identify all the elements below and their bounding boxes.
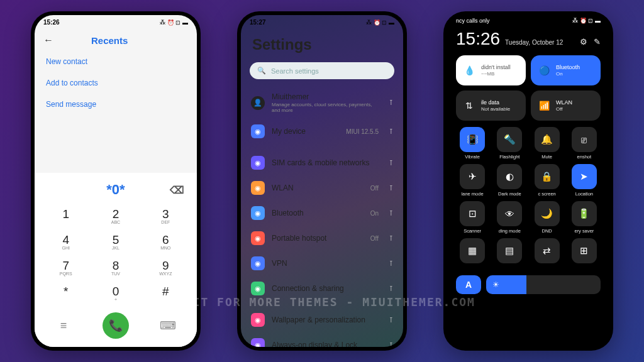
setting-item[interactable]: ◉My deviceMIUI 12.5.5⊺ [241,119,403,144]
qs-icon: 🔦 [497,127,522,152]
search-input[interactable]: 🔍 Search settings [250,62,394,79]
qs-icon: ⊞ [572,238,597,263]
qs-tile[interactable]: 📶WLANOff [531,90,601,121]
auto-brightness-button[interactable]: A [456,275,481,294]
key-#[interactable]: # [141,280,191,306]
qs-item[interactable]: ▦ [456,238,489,265]
keyboard-toggle-icon[interactable]: ⌨ [155,319,181,332]
clock: 15:26 [456,29,500,49]
key-4[interactable]: 4GHI [41,229,91,255]
qs-item[interactable]: ⎚enshot [568,127,601,160]
key-*[interactable]: * [41,280,91,306]
key-0[interactable]: 0+ [91,280,140,306]
key-5[interactable]: 5JKL [91,229,140,255]
qs-icon: ▤ [497,238,522,263]
status-icons: ⁂ ⏰ ⊡ ▬ [160,19,188,26]
chevron-icon: ⊺ [389,209,393,217]
tile-icon: 🔵 [537,63,551,77]
setting-icon: ◉ [251,256,265,270]
qs-icon: ⎚ [572,127,597,152]
chevron-icon: ⊺ [389,128,393,136]
chevron-icon: ⊺ [389,234,393,243]
qs-icon: ✈ [460,164,485,189]
qs-icon: 🔒 [535,164,560,189]
qs-tile[interactable]: 🔵BluetoothOn [531,55,601,85]
setting-icon: ◉ [251,206,265,220]
setting-icon: ◉ [251,313,265,327]
qs-item[interactable]: 🔒c screen [531,164,564,197]
chevron-icon: ⊺ [389,285,393,293]
qs-icon: 🔔 [535,127,560,152]
status-bar: ncy calls only ⁂ ⏰ ⊡ ▬ [447,15,609,26]
chevron-icon: ⊺ [389,316,393,324]
call-button[interactable]: 📞 [103,312,129,339]
setting-item[interactable]: ◉Always-on display & Lock⊺ [241,332,403,347]
key-1[interactable]: 1 [41,203,91,229]
status-bar: 15:27 ⁂ ⏰ ⊡ ▬ [241,15,403,30]
qs-item[interactable]: 📳Vibrate [456,127,489,160]
tile-icon: 💧 [462,63,476,77]
tile-icon: 📶 [537,99,551,112]
keypad: 12ABC3DEF4GHI5JKL6MNO7PQRS8TUV9WXYZ*0+# [35,200,197,309]
key-9[interactable]: 9WXYZ [141,255,191,280]
status-bar: 15:26 ⁂ ⏰ ⊡ ▬ [35,15,197,30]
qs-item[interactable]: 🔔Mute [531,127,564,160]
new-contact-link[interactable]: New contact [46,51,186,72]
page-title: Recents [91,35,128,46]
dialed-number: *0* ⌫ [35,179,197,200]
qs-item[interactable]: ⊡Scanner [456,201,489,234]
qs-item[interactable]: 👁ding mode [493,201,526,234]
setting-item[interactable]: ◉WLANOff⊺ [241,175,403,200]
setting-item[interactable]: ◉VPN⊺ [241,251,403,276]
status-icons: ⁂ ⏰ ⊡ ▬ [572,18,601,24]
qs-icon: ⊡ [460,201,485,226]
chevron-icon: ⊺ [389,341,393,348]
qs-item[interactable]: ⇄ [531,238,564,265]
menu-icon[interactable]: ≡ [50,319,77,332]
key-6[interactable]: 6MNO [141,229,191,255]
chevron-icon: ⊺ [389,99,393,107]
qs-item[interactable]: ➤Location [568,164,601,197]
account-item[interactable]: 👤 Miuithemer Manage accounts, cloud serv… [241,87,403,119]
settings-icon[interactable]: ⚙ [580,37,587,47]
add-contacts-link[interactable]: Add to contacts [46,72,186,94]
key-3[interactable]: 3DEF [141,203,191,229]
setting-icon: ◉ [251,181,265,195]
setting-icon: ◉ [251,282,265,295]
avatar-icon: 👤 [251,96,265,110]
send-message-link[interactable]: Send message [46,94,186,115]
brightness-icon: ☀ [492,280,499,289]
qs-icon: ➤ [572,164,597,189]
edit-icon[interactable]: ✎ [594,37,601,47]
qs-icon: 📳 [460,127,485,152]
qs-item[interactable]: ▤ [493,238,526,265]
setting-item[interactable]: ◉Wallpaper & personalization⊺ [241,307,403,332]
key-7[interactable]: 7PQRS [41,255,91,280]
backspace-icon[interactable]: ⌫ [170,184,184,196]
qs-item[interactable]: 🌙DND [531,201,564,234]
setting-item[interactable]: ◉SIM cards & mobile networks⊺ [241,150,403,175]
qs-icon: ⇄ [535,238,560,263]
key-8[interactable]: 8TUV [91,255,140,280]
tile-icon: ⇅ [462,99,476,112]
qs-item[interactable]: 🔋ery saver [568,201,601,234]
setting-item[interactable]: ◉Portable hotspotOff⊺ [241,226,403,251]
setting-item[interactable]: ◉Connection & sharing⊺ [241,276,403,301]
setting-icon: ◉ [251,124,265,138]
search-icon: 🔍 [257,67,266,75]
qs-tile[interactable]: 💧didn't install~~MB [456,55,526,85]
status-time: 15:26 [43,19,60,26]
qs-item[interactable]: ⊞ [568,238,601,265]
qs-item[interactable]: 🔦Flashlight [493,127,526,160]
qs-item[interactable]: ◐Dark mode [493,164,526,197]
page-title: Settings [241,30,403,62]
qs-item[interactable]: ✈lane mode [456,164,489,197]
setting-icon: ◉ [251,231,265,245]
qs-icon: 🔋 [572,201,597,226]
qs-tile[interactable]: ⇅ile dataNot available [456,90,526,121]
key-2[interactable]: 2ABC [91,203,140,229]
setting-item[interactable]: ◉BluetoothOn⊺ [241,200,403,226]
status-icons: ⁂ ⏰ ⊡ ▬ [366,19,394,26]
back-icon[interactable]: ← [43,35,53,46]
brightness-slider[interactable]: ☀ [486,275,601,294]
